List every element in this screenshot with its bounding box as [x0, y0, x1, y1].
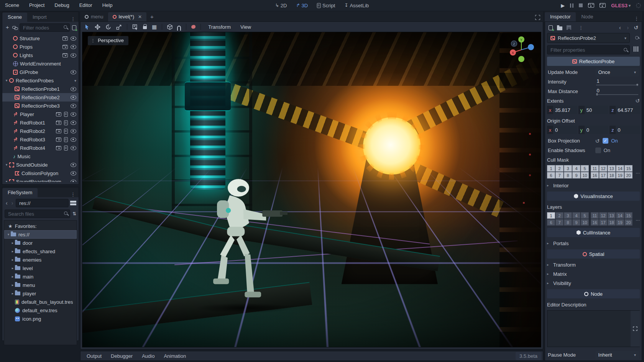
tab-menu-scene[interactable]: menu	[80, 12, 108, 21]
layer-bit[interactable]: 15	[624, 212, 632, 219]
layer-bit[interactable]: 9	[572, 219, 580, 226]
visibility-icon[interactable]	[71, 70, 76, 74]
file-item-main[interactable]: ▸main	[4, 272, 77, 281]
tree-item-giprobe[interactable]: GIProbe	[2, 68, 79, 76]
tab-animation[interactable]: Animation	[159, 353, 191, 359]
tree-item-soundoutside[interactable]: ▾SoundOutside	[2, 161, 79, 169]
layer-bit[interactable]: 7	[555, 219, 564, 226]
script-icon[interactable]	[64, 137, 68, 142]
cull-mask-bit[interactable]: 17	[599, 172, 607, 179]
collapse-icon[interactable]: ▾	[4, 180, 9, 182]
cull-mask-bit[interactable]: 6	[547, 172, 555, 179]
tree-item-redrobot1[interactable]: RedRobot1	[2, 118, 79, 127]
section-matrix[interactable]: ▸Matrix	[547, 269, 640, 278]
group-toggle-icon[interactable]	[56, 138, 61, 142]
layer-bit[interactable]: 5	[581, 212, 589, 219]
workspace-script-button[interactable]: Script	[314, 3, 338, 8]
open-docs-icon[interactable]	[635, 35, 639, 41]
property-tools-icon[interactable]	[633, 46, 638, 52]
layer-bit[interactable]: 14	[616, 212, 624, 219]
path-field[interactable]: res://	[16, 199, 69, 207]
layer-bit[interactable]: 18	[608, 219, 616, 226]
section-portals[interactable]: ▸Portals	[547, 239, 640, 248]
tree-item-redrobot4[interactable]: RedRobot4	[2, 144, 79, 152]
cull-mask-bit[interactable]: 9	[572, 172, 580, 179]
dock-menu-icon[interactable]: ⋮	[67, 16, 79, 22]
cull-mask-bit[interactable]: 3	[564, 165, 572, 172]
menu-project[interactable]: Project	[24, 0, 49, 11]
tab-inspector[interactable]: Inspector	[545, 12, 576, 21]
visibility-icon[interactable]	[71, 163, 76, 167]
workspace-2d-button[interactable]: ↳2D	[272, 3, 290, 8]
group-toggle-icon[interactable]	[56, 112, 61, 116]
edited-node-selector[interactable]: ReflectionProbe2 ▾	[547, 33, 630, 43]
view-menu[interactable]: View	[238, 24, 253, 30]
sort-icon[interactable]: ⇅	[72, 211, 76, 216]
tree-item-reflectionprobes[interactable]: ▾ReflectionProbes▾	[2, 76, 79, 85]
add-scene-tab-button[interactable]: +	[146, 13, 158, 21]
group-toggle-icon[interactable]	[56, 121, 61, 125]
tree-item-worldenvironment[interactable]: WorldEnvironment	[2, 59, 79, 68]
group-toggle-icon[interactable]	[62, 36, 68, 41]
instance-scene-button[interactable]	[12, 26, 17, 29]
move-tool-icon[interactable]	[95, 24, 100, 30]
axis-gizmo[interactable]: Y X Z	[507, 35, 536, 64]
save-resource-button[interactable]	[567, 25, 571, 30]
menu-help[interactable]: Help	[97, 0, 118, 11]
back-button[interactable]: ‹	[5, 200, 9, 206]
local-space-icon[interactable]	[167, 24, 172, 29]
perspective-menu[interactable]: ⋮ Perspective	[88, 36, 128, 45]
menu-debug[interactable]: Debug	[49, 0, 74, 11]
dock-menu-icon[interactable]: ⋮	[631, 16, 642, 21]
play-custom-scene-button[interactable]	[600, 3, 606, 8]
pause-mode-select[interactable]: Inherit▾	[595, 351, 639, 359]
file-item-player[interactable]: ▸player	[4, 289, 77, 298]
visibility-icon[interactable]	[71, 36, 76, 41]
snap-icon[interactable]	[177, 26, 181, 29]
cull-mask-bit[interactable]: 15	[624, 165, 632, 172]
file-item-effects-shared[interactable]: ▸effects_shared	[4, 247, 77, 256]
cull-mask-more-button[interactable]: ...	[636, 169, 640, 175]
cull-mask-bit[interactable]: 19	[616, 172, 624, 179]
play-button[interactable]: ▶	[561, 3, 565, 8]
cull-mask-bit[interactable]: 11	[591, 165, 599, 172]
cull-mask-bit[interactable]: 8	[564, 172, 572, 179]
extents-x-input[interactable]: x35.817	[547, 106, 577, 114]
file-item-default-env[interactable]: default_env.tres	[4, 306, 77, 314]
section-visibility[interactable]: ▸Visibility	[547, 278, 640, 288]
renderer-select[interactable]: GLES3▾	[611, 3, 631, 8]
transform-menu[interactable]: Transform	[206, 24, 233, 30]
layers-more-button[interactable]: ...	[636, 216, 640, 222]
pause-button[interactable]	[570, 3, 573, 8]
file-item-res-root[interactable]: ▾res://	[4, 230, 77, 239]
enable-shadows-checkbox[interactable]	[595, 147, 601, 153]
add-node-button[interactable]: ＋	[5, 24, 10, 31]
distraction-free-icon[interactable]	[535, 15, 540, 20]
tab-node[interactable]: Node	[576, 12, 598, 21]
file-item-level[interactable]: ▸level	[4, 264, 77, 272]
layer-bit[interactable]: 6	[547, 219, 555, 226]
file-item-default-bus-layout[interactable]: default_bus_layout.tres	[4, 298, 77, 306]
file-item-enemies[interactable]: ▸enemies	[4, 256, 77, 264]
origin-x-input[interactable]: x0	[547, 126, 577, 134]
attach-script-button[interactable]	[72, 25, 76, 30]
split-mode-icon[interactable]	[70, 201, 76, 205]
play-scene-button[interactable]	[588, 3, 594, 8]
group-toggle-icon[interactable]	[56, 129, 61, 133]
select-tool-icon[interactable]	[84, 24, 90, 30]
cull-mask-bit[interactable]: 4	[572, 165, 580, 172]
3d-viewport[interactable]: ⋮ Perspective Y X Z	[82, 32, 541, 347]
section-interior[interactable]: ▸Interior	[547, 181, 640, 190]
close-icon[interactable]: ✕	[138, 14, 142, 20]
search-files-input[interactable]: Search files	[5, 210, 70, 218]
tree-item-redrobot2[interactable]: RedRobot2	[2, 127, 79, 135]
layer-bit[interactable]: 19	[616, 219, 624, 226]
tree-item-collisionpolygon[interactable]: CollisionPolygon	[2, 169, 79, 177]
forward-button[interactable]: ›	[10, 200, 15, 206]
tab-level-scene[interactable]: level(*)✕	[108, 12, 147, 21]
group-toggle-icon[interactable]	[62, 45, 68, 49]
tree-item-soundreactorroom[interactable]: ▾SoundReactorRoom	[2, 177, 79, 182]
layer-bit[interactable]: 20	[624, 219, 632, 226]
tree-item-redrobot3[interactable]: RedRobot3	[2, 135, 79, 144]
stop-button[interactable]	[579, 3, 583, 7]
